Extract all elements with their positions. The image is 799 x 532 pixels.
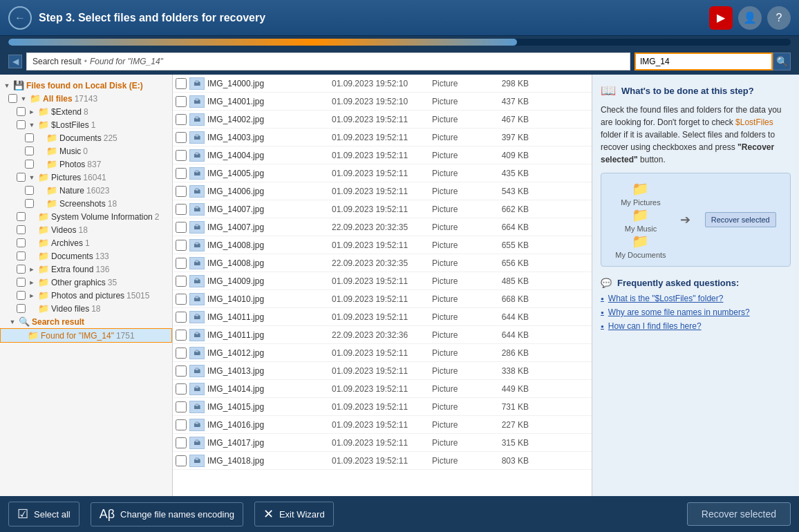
user-button[interactable]: 👤 <box>738 6 762 30</box>
file-name: IMG_14011.jpg <box>207 312 332 322</box>
screenshots-checkbox[interactable] <box>25 199 34 208</box>
nature-checkbox[interactable] <box>25 186 34 195</box>
extrafound-checkbox[interactable] <box>17 265 26 274</box>
file-list-scroll[interactable]: IMG_14000.jpg 01.09.2023 19:52:10 Pictur… <box>173 75 592 496</box>
tree-item-archives[interactable]: 📁 Archives 1 <box>0 236 172 249</box>
tree-item-videofiles[interactable]: 📁 Video files 18 <box>0 302 172 315</box>
tree-item-photospictures[interactable]: ► 📁 Photos and pictures 15015 <box>0 289 172 302</box>
file-size: 467 KB <box>480 115 529 124</box>
folder-icon: 📁 <box>38 303 49 314</box>
search-collapse-button[interactable]: ◀ <box>8 55 22 68</box>
tree-item-lostfiles[interactable]: ▼ 📁 $LostFiles 1 <box>0 118 172 131</box>
file-checkbox[interactable] <box>176 240 187 251</box>
lostfiles-checkbox[interactable] <box>17 120 26 129</box>
illus-recover-button[interactable]: Recover selected <box>705 212 776 227</box>
file-checkbox[interactable] <box>176 401 187 412</box>
file-name: IMG_14017.jpg <box>207 438 332 448</box>
tree-item-pictures[interactable]: ▼ 📁 Pictures 16041 <box>0 171 172 184</box>
file-checkbox[interactable] <box>176 96 187 107</box>
tree-item-found-img14[interactable]: 📁 Found for "IMG_14" 1751 <box>0 328 172 343</box>
tree-item-extrafound[interactable]: ► 📁 Extra found 136 <box>0 263 172 276</box>
file-checkbox[interactable] <box>176 383 187 395</box>
file-checkbox[interactable] <box>176 186 187 197</box>
pictures-checkbox[interactable] <box>17 173 26 182</box>
file-checkbox[interactable] <box>176 114 187 125</box>
illus-mymusic: 📁 My Music <box>615 207 666 233</box>
nature-label: Nature <box>59 186 84 196</box>
photos-checkbox[interactable] <box>25 160 34 169</box>
search-go-button[interactable]: 🔍 <box>773 53 791 70</box>
file-checkbox[interactable] <box>176 312 187 323</box>
search-input[interactable] <box>634 53 773 70</box>
faq-item-1[interactable]: ● What is the "$LostFiles" folder? <box>601 294 791 303</box>
file-thumbnail <box>189 185 205 198</box>
tree-item-sysvolinfo[interactable]: 📁 System Volume Information 2 <box>0 210 172 223</box>
file-checkbox[interactable] <box>176 455 187 466</box>
illus-folder-icon: 📁 <box>632 233 649 249</box>
videofiles-checkbox[interactable] <box>17 304 26 313</box>
tree-item-documents-lf[interactable]: 📁 Documents 225 <box>0 131 172 144</box>
youtube-button[interactable]: ▶ <box>709 6 733 30</box>
file-date: 01.09.2023 19:52:11 <box>332 312 432 322</box>
file-type: Picture <box>432 187 480 196</box>
root-label: Files found on Local Disk (E:) <box>26 81 143 91</box>
tree-item-screenshots[interactable]: 📁 Screenshots 18 <box>0 197 172 210</box>
tree-item-photos[interactable]: 📁 Photos 837 <box>0 158 172 171</box>
othergraphics-checkbox[interactable] <box>17 278 26 287</box>
tree-item-allfiles[interactable]: ▼ 📁 All files 17143 <box>0 92 172 105</box>
photospictures-checkbox[interactable] <box>17 291 26 300</box>
tree-item-nature[interactable]: 📁 Nature 16023 <box>0 184 172 197</box>
videos-checkbox[interactable] <box>17 225 26 234</box>
exit-wizard-button[interactable]: ✕ Exit Wizard <box>254 502 334 526</box>
help-button[interactable]: ? <box>767 6 791 30</box>
faq-item-2-text: Why are some file names in numbers? <box>608 307 750 317</box>
documents-checkbox[interactable] <box>17 251 26 260</box>
file-type: Picture <box>432 133 480 142</box>
select-all-button[interactable]: ☑ Select all <box>8 502 79 526</box>
file-checkbox[interactable] <box>176 365 187 377</box>
file-checkbox[interactable] <box>176 204 187 215</box>
change-encoding-button[interactable]: Aβ Change file names encoding <box>91 502 243 526</box>
extend-checkbox[interactable] <box>17 107 26 116</box>
tree-item-documents[interactable]: 📁 Documents 133 <box>0 249 172 263</box>
allfiles-checkbox[interactable] <box>8 94 17 103</box>
docs-lf-checkbox[interactable] <box>25 133 34 142</box>
sysvolinfo-checkbox[interactable] <box>17 212 26 221</box>
archives-checkbox[interactable] <box>17 238 26 247</box>
file-date: 22.09.2023 20:32:36 <box>332 330 432 340</box>
photospictures-label: Photos and pictures <box>51 291 124 301</box>
folder-icon: 📁 <box>38 277 49 287</box>
file-name: IMG_14007.jpg <box>207 222 332 232</box>
file-row: IMG_14010.jpg 01.09.2023 19:52:11 Pictur… <box>173 290 592 308</box>
archives-count: 1 <box>85 238 90 248</box>
help-title-text: What's to be done at this step? <box>621 86 754 96</box>
folder-icon: 📁 <box>46 198 57 209</box>
file-checkbox[interactable] <box>176 222 187 233</box>
tree-item-videos[interactable]: 📁 Videos 18 <box>0 223 172 236</box>
file-checkbox[interactable] <box>176 78 187 89</box>
file-checkbox[interactable] <box>176 437 187 448</box>
file-checkbox[interactable] <box>176 330 187 341</box>
file-checkbox[interactable] <box>176 132 187 143</box>
file-type: Picture <box>432 222 480 232</box>
back-button[interactable]: ← <box>8 6 32 30</box>
recover-selected-button[interactable]: Recover selected <box>687 502 791 526</box>
tree-item-othergraphics[interactable]: ► 📁 Other graphics 35 <box>0 276 172 289</box>
file-checkbox[interactable] <box>176 150 187 161</box>
file-checkbox[interactable] <box>176 258 187 269</box>
faq-item-3[interactable]: ● How can I find files here? <box>601 321 791 331</box>
file-checkbox[interactable] <box>176 294 187 305</box>
file-checkbox[interactable] <box>176 168 187 179</box>
tree-item-root[interactable]: ▼ 💾 Files found on Local Disk (E:) <box>0 79 172 92</box>
file-row: IMG_14005.jpg 01.09.2023 19:52:11 Pictur… <box>173 164 592 182</box>
tree-item-searchresult[interactable]: ▼ 🔍 Search result <box>0 315 172 328</box>
tree-item-extend[interactable]: ► 📁 $Extend 8 <box>0 105 172 118</box>
faq-item-2[interactable]: ● Why are some file names in numbers? <box>601 307 791 317</box>
file-checkbox[interactable] <box>176 276 187 287</box>
tree-item-music[interactable]: 📁 Music 0 <box>0 144 172 158</box>
music-checkbox[interactable] <box>25 146 34 155</box>
file-checkbox[interactable] <box>176 348 187 359</box>
file-type: Picture <box>432 330 480 340</box>
folder-icon: 📁 <box>46 133 57 143</box>
file-checkbox[interactable] <box>176 419 187 430</box>
